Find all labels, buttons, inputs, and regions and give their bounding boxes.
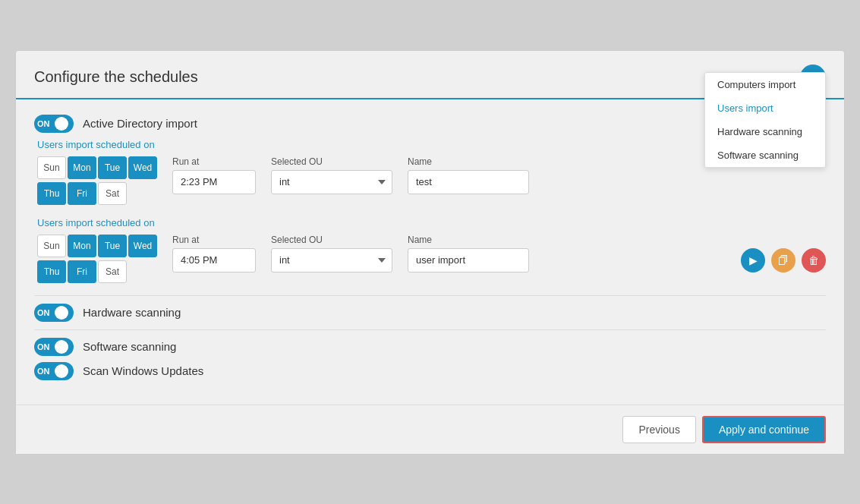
schedule-2-name-group: Name [408, 235, 529, 272]
ad-import-toggle[interactable]: ON [34, 115, 74, 133]
schedule-2-day-fri[interactable]: Fri [68, 260, 96, 283]
previous-button[interactable]: Previous [622, 416, 695, 443]
schedule-2-day-sat[interactable]: Sat [98, 260, 127, 283]
software-toggle[interactable]: ON [34, 338, 74, 356]
schedule-1-days-group: Sun Mon Tue Wed Thu Fri Sat [37, 156, 157, 205]
schedule-type-dropdown: Computers import Users import Hardware s… [704, 72, 826, 168]
hardware-title: Hardware scanning [83, 306, 181, 319]
schedule-2-run-at-label: Run at [172, 235, 256, 245]
windows-updates-title: Scan Windows Updates [83, 364, 203, 377]
schedule-1-day-fri[interactable]: Fri [68, 182, 96, 205]
schedule-2-name-label: Name [408, 235, 529, 245]
schedule-1-name-group: Name [408, 156, 529, 194]
schedule-2-copy-button[interactable]: 🗍 [771, 248, 795, 272]
dropdown-item-software-scanning[interactable]: Software scanning [705, 143, 825, 167]
schedule-1-name-label: Name [408, 156, 529, 167]
schedule-1-day-mon[interactable]: Mon [68, 156, 96, 179]
software-title: Software scanning [83, 340, 176, 353]
schedule-1-day-tue[interactable]: Tue [98, 156, 127, 179]
hardware-toggle-circle [55, 306, 68, 320]
windows-updates-toggle-label: ON [37, 367, 50, 376]
delete-icon: 🗑 [808, 254, 819, 266]
schedule-1-day-sat[interactable]: Sat [98, 182, 127, 205]
schedule-1-name-input[interactable] [408, 170, 529, 194]
schedule-2-ou-select[interactable]: int [271, 248, 392, 272]
dropdown-item-hardware-scanning[interactable]: Hardware scanning [705, 120, 825, 143]
schedule-1-run-at-group: Run at [172, 156, 256, 194]
schedule-1-run-at-input[interactable] [172, 170, 256, 194]
schedule-2-days-row-2: Thu Fri Sat [37, 260, 157, 283]
schedule-2-label: Users import scheduled on [37, 217, 826, 228]
schedule-2-days-row-1: Sun Mon Tue Wed [37, 235, 157, 257]
dialog-footer: Previous Apply and continue [16, 405, 844, 454]
schedule-2-day-wed[interactable]: Wed [128, 235, 157, 257]
software-scanning-section: ON Software scanning [34, 338, 826, 356]
software-toggle-circle [55, 340, 68, 354]
schedule-2-ou-group: Selected OU int [271, 235, 392, 272]
software-toggle-label: ON [37, 342, 50, 351]
schedule-1-day-sun[interactable]: Sun [37, 156, 66, 179]
play-icon: ▶ [749, 254, 758, 266]
windows-updates-toggle[interactable]: ON [34, 362, 74, 380]
schedule-1-ou-select[interactable]: int [271, 170, 392, 194]
dialog-header: Configure the schedules ≡ Computers impo… [16, 51, 844, 99]
ad-import-toggle-label: ON [37, 119, 50, 128]
apply-continue-button[interactable]: Apply and continue [702, 416, 826, 443]
schedule-2-run-at-group: Run at [172, 235, 256, 272]
schedule-2-day-mon[interactable]: Mon [68, 235, 96, 257]
schedule-1-day-thu[interactable]: Thu [37, 182, 66, 205]
windows-updates-toggle-circle [55, 364, 68, 378]
schedule-1-day-wed[interactable]: Wed [128, 156, 157, 179]
schedule-2-section: Users import scheduled on Sun Mon Tue We… [34, 217, 826, 283]
schedule-2-day-tue[interactable]: Tue [98, 235, 127, 257]
schedule-2-delete-button[interactable]: 🗑 [802, 248, 826, 272]
hardware-scanning-section: ON Hardware scanning [34, 304, 826, 322]
schedule-2-play-button[interactable]: ▶ [741, 248, 765, 272]
dropdown-item-computers-import[interactable]: Computers import [705, 73, 825, 96]
hardware-toggle-label: ON [37, 308, 50, 317]
schedule-2-row: Sun Mon Tue Wed Thu Fri Sat Run at [37, 235, 826, 283]
schedule-2-ou-label: Selected OU [271, 235, 392, 245]
schedule-1-ou-label: Selected OU [271, 156, 392, 167]
windows-updates-section: ON Scan Windows Updates [34, 362, 826, 380]
copy-icon: 🗍 [778, 254, 789, 266]
schedule-1-days-row-2: Thu Fri Sat [37, 182, 157, 205]
divider-1 [34, 295, 826, 296]
schedule-1-run-at-label: Run at [172, 156, 256, 167]
schedule-2-day-sun[interactable]: Sun [37, 235, 66, 257]
dropdown-item-users-import[interactable]: Users import [705, 96, 825, 120]
divider-2 [34, 329, 826, 330]
schedule-2-action-icons: ▶ 🗍 🗑 [741, 235, 826, 272]
hardware-toggle[interactable]: ON [34, 304, 74, 322]
configure-schedules-dialog: Configure the schedules ≡ Computers impo… [15, 50, 845, 455]
ad-import-title: Active Directory import [83, 117, 197, 130]
schedule-2-run-at-input[interactable] [172, 248, 256, 272]
schedule-2-name-input[interactable] [408, 248, 529, 272]
ad-import-toggle-circle [55, 117, 68, 131]
schedule-2-day-thu[interactable]: Thu [37, 260, 66, 283]
schedule-2-days-group: Sun Mon Tue Wed Thu Fri Sat [37, 235, 157, 283]
schedule-1-days-row-1: Sun Mon Tue Wed [37, 156, 157, 179]
dialog-title: Configure the schedules [34, 68, 198, 86]
schedule-1-ou-group: Selected OU int [271, 156, 392, 194]
